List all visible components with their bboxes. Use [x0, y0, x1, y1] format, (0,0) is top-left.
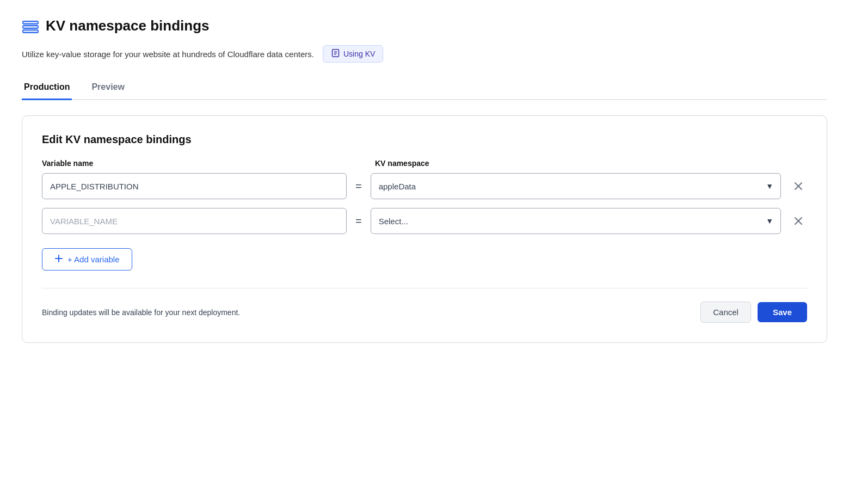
page-description-text: Utilize key-value storage for your websi… — [22, 50, 314, 59]
page-title: KV namespace bindings — [46, 17, 210, 34]
add-variable-label: + Add variable — [67, 255, 120, 264]
remove-binding-button-1[interactable] — [790, 177, 807, 195]
equals-sign-1: = — [355, 180, 362, 193]
kv-select-wrapper-2: Select... appleData ▼ — [371, 208, 781, 234]
field-labels: Variable name KV namespace — [42, 159, 807, 168]
book-icon — [331, 48, 340, 59]
add-variable-button[interactable]: + Add variable — [42, 248, 132, 271]
card-title: Edit KV namespace bindings — [42, 133, 807, 146]
kv-namespace-select-2[interactable]: Select... appleData — [371, 208, 781, 234]
using-kv-label: Using KV — [343, 50, 375, 58]
kv-icon — [22, 19, 39, 39]
equals-sign-2: = — [355, 215, 362, 228]
using-kv-button[interactable]: Using KV — [323, 45, 383, 63]
tab-production[interactable]: Production — [22, 78, 72, 100]
footer-actions: Cancel Save — [700, 302, 807, 323]
remove-binding-button-2[interactable] — [790, 212, 807, 230]
footer-note: Binding updates will be available for yo… — [42, 308, 240, 317]
variable-name-input-2[interactable] — [42, 208, 347, 234]
variable-name-label: Variable name — [42, 159, 347, 168]
variable-name-input-1[interactable] — [42, 173, 347, 199]
binding-row-2: = Select... appleData ▼ — [42, 208, 807, 234]
cancel-button[interactable]: Cancel — [700, 302, 751, 323]
footer-divider — [42, 288, 807, 288]
tabs-bar: Production Preview — [22, 78, 827, 100]
binding-row-1: = appleData Select... ▼ — [42, 173, 807, 199]
plus-icon — [54, 254, 63, 265]
page-header: KV namespace bindings — [22, 17, 827, 39]
kv-select-wrapper-1: appleData Select... ▼ — [371, 173, 781, 199]
save-button[interactable]: Save — [758, 302, 807, 322]
card-footer: Binding updates will be available for yo… — [42, 302, 807, 323]
page-description-row: Utilize key-value storage for your websi… — [22, 45, 827, 63]
tab-preview[interactable]: Preview — [89, 78, 126, 100]
kv-namespace-select-1[interactable]: appleData Select... — [371, 173, 781, 199]
edit-card: Edit KV namespace bindings Variable name… — [22, 115, 827, 343]
kv-namespace-label: KV namespace — [375, 159, 807, 168]
